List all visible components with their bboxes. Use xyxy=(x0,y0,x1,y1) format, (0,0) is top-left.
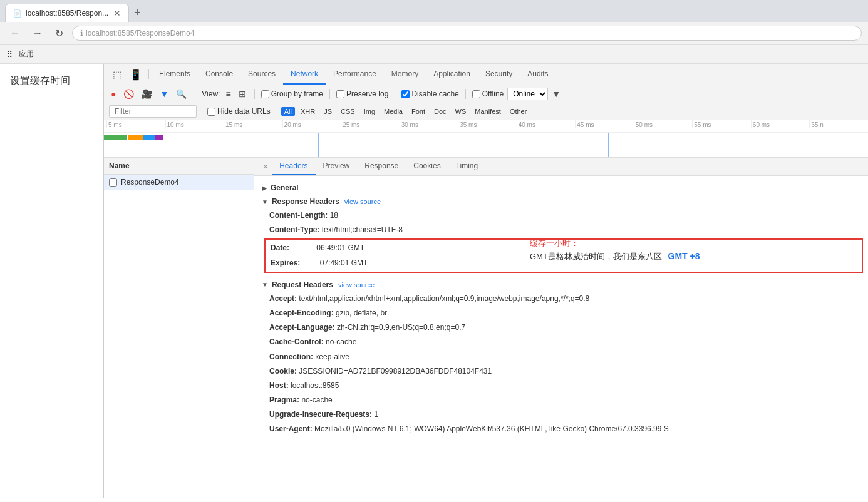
preserve-log-input[interactable] xyxy=(336,90,344,98)
tab-separator xyxy=(148,69,149,79)
tick-10ms: 10 ms xyxy=(165,120,224,128)
tick-50ms: 50 ms xyxy=(634,120,693,128)
disable-cache-input[interactable] xyxy=(401,90,410,98)
req-header-row-2: Accept-Language: zh-CN,zh;q=0.9,en-US;q=… xyxy=(254,320,868,335)
filter-media[interactable]: Media xyxy=(381,107,406,116)
response-headers-section-header[interactable]: ▼ Response Headers view source xyxy=(254,195,868,208)
filter-xhr[interactable]: XHR xyxy=(297,107,318,116)
url-bar[interactable]: ℹ localhost:8585/ResponseDemo4 xyxy=(72,26,862,41)
view-list-icon[interactable]: ≡ xyxy=(224,88,232,100)
detail-tab-response[interactable]: Response xyxy=(357,158,406,175)
camera-button[interactable]: 🎥 xyxy=(140,88,154,100)
devtools-main: Name ResponseDemo4 × Headers Preview Res… xyxy=(104,158,868,498)
filter-css[interactable]: CSS xyxy=(338,107,358,116)
request-headers-label: Request Headers xyxy=(272,280,333,289)
tab-memory[interactable]: Memory xyxy=(384,64,426,85)
devtools-cursor-icon[interactable]: ⬚ xyxy=(109,66,126,83)
search-button[interactable]: 🔍 xyxy=(174,88,189,100)
clear-button[interactable]: 🚫 xyxy=(121,88,136,100)
reload-button[interactable]: ↻ xyxy=(51,26,67,41)
preserve-log-checkbox[interactable]: Preserve log xyxy=(336,90,388,98)
content-length-row: Content-Length: 18 xyxy=(254,208,868,223)
detail-tab-headers[interactable]: Headers xyxy=(272,158,315,175)
tab-security[interactable]: Security xyxy=(478,64,520,85)
new-tab-button[interactable]: + xyxy=(129,4,146,22)
toolbar-separator-3 xyxy=(329,89,330,99)
filter-doc[interactable]: Doc xyxy=(431,107,450,116)
requests-column-header: Name xyxy=(104,158,254,175)
request-item-name-0: ResponseDemo4 xyxy=(121,178,249,187)
detail-panel: × Headers Preview Response Cookies Timin… xyxy=(254,158,868,498)
highlighted-rows: Date: 06:49:01 GMT Expires: 07:49:01 GMT xyxy=(264,238,863,272)
req-header-name-7: Pragma: xyxy=(269,396,299,404)
tab-performance[interactable]: Performance xyxy=(326,64,384,85)
request-item-checkbox-0[interactable] xyxy=(109,178,117,187)
view-large-icon[interactable]: ⊞ xyxy=(237,88,248,100)
browser-tab[interactable]: 📄 localhost:8585/Respon... ✕ xyxy=(5,4,129,22)
offline-checkbox[interactable]: Offline xyxy=(472,90,504,98)
filter-img[interactable]: Img xyxy=(361,107,378,116)
forward-button[interactable]: → xyxy=(29,26,46,40)
response-headers-toggle-icon: ▼ xyxy=(262,198,268,205)
filter-font[interactable]: Font xyxy=(408,107,428,116)
bookmark-apps[interactable]: 应用 xyxy=(15,48,38,61)
tick-65n: 65 n xyxy=(809,120,868,128)
req-header-name-3: Cache-Control: xyxy=(269,337,324,346)
detail-close-button[interactable]: × xyxy=(259,159,272,174)
detail-tab-timing[interactable]: Timing xyxy=(448,158,486,175)
tick-30ms: 30 ms xyxy=(400,120,458,128)
request-headers-section: ▼ Request Headers view source Accept: te… xyxy=(254,278,868,437)
throttle-select[interactable]: Online xyxy=(507,88,548,100)
general-toggle-icon: ▶ xyxy=(262,185,267,192)
request-item-0[interactable]: ResponseDemo4 xyxy=(104,175,254,190)
req-header-name-2: Accept-Language: xyxy=(269,323,335,332)
group-by-frame-label: Group by frame xyxy=(271,90,323,98)
disable-cache-checkbox[interactable]: Disable cache xyxy=(401,90,458,98)
tick-20ms: 20 ms xyxy=(282,120,341,128)
hide-data-urls-checkbox[interactable]: Hide data URLs xyxy=(207,107,271,116)
req-header-value-2: zh-CN,zh;q=0.9,en-US;q=0.8,en;q=0.7 xyxy=(337,323,465,332)
req-header-name-9: User-Agent: xyxy=(269,424,313,433)
filter-button[interactable]: ▼ xyxy=(158,88,170,100)
tick-55ms: 55 ms xyxy=(692,120,751,128)
view-label: View: xyxy=(202,90,220,98)
req-header-value-4: keep-alive xyxy=(315,352,349,361)
filter-manifest[interactable]: Manifest xyxy=(472,107,504,116)
request-headers-view-source-link[interactable]: view source xyxy=(338,281,375,289)
group-by-frame-input[interactable] xyxy=(261,90,269,98)
filter-other[interactable]: Other xyxy=(507,107,530,116)
content-length-value: 18 xyxy=(330,211,338,220)
tab-elements[interactable]: Elements xyxy=(152,64,198,85)
tab-audits[interactable]: Audits xyxy=(520,64,555,85)
request-headers-section-header[interactable]: ▼ Request Headers view source xyxy=(254,278,868,292)
detail-tab-preview[interactable]: Preview xyxy=(316,158,358,175)
general-section-header[interactable]: ▶ General xyxy=(254,181,868,195)
filter-ws[interactable]: WS xyxy=(452,107,470,116)
req-header-row-9: User-Agent: Mozilla/5.0 (Windows NT 6.1;… xyxy=(254,422,868,436)
tab-network[interactable]: Network xyxy=(283,64,326,85)
tab-application[interactable]: Application xyxy=(426,64,478,85)
date-row: Date: 06:49:01 GMT xyxy=(271,241,857,255)
highlighted-section: Date: 06:49:01 GMT Expires: 07:49:01 GMT… xyxy=(254,238,868,272)
tab-console[interactable]: Console xyxy=(198,64,240,85)
detail-tab-cookies[interactable]: Cookies xyxy=(406,158,448,175)
tab-sources[interactable]: Sources xyxy=(240,64,283,85)
browser-chrome: 📄 localhost:8585/Respon... ✕ + ← → ↻ ℹ l… xyxy=(0,0,868,64)
general-section-label: General xyxy=(271,183,299,192)
group-by-frame-checkbox[interactable]: Group by frame xyxy=(261,90,323,98)
back-button[interactable]: ← xyxy=(6,26,24,40)
content-type-name: Content-Type: xyxy=(269,225,319,234)
devtools-mobile-icon[interactable]: 📱 xyxy=(126,66,146,83)
filter-all[interactable]: All xyxy=(281,107,295,116)
hide-data-urls-input[interactable] xyxy=(207,108,215,116)
filter-js[interactable]: JS xyxy=(321,107,335,116)
record-button[interactable]: ● xyxy=(109,88,118,100)
filter-input[interactable] xyxy=(109,105,197,118)
more-options-button[interactable]: ▼ xyxy=(552,89,561,99)
tick-35ms: 35 ms xyxy=(458,120,517,128)
date-value: 06:49:01 GMT xyxy=(316,243,364,252)
response-headers-view-source-link[interactable]: view source xyxy=(344,198,381,205)
tab-close-button[interactable]: ✕ xyxy=(113,8,121,18)
page-area: 设置缓存时间 ⬚ 📱 Elements Console Sources Netw… xyxy=(0,64,868,498)
offline-input[interactable] xyxy=(472,90,480,98)
